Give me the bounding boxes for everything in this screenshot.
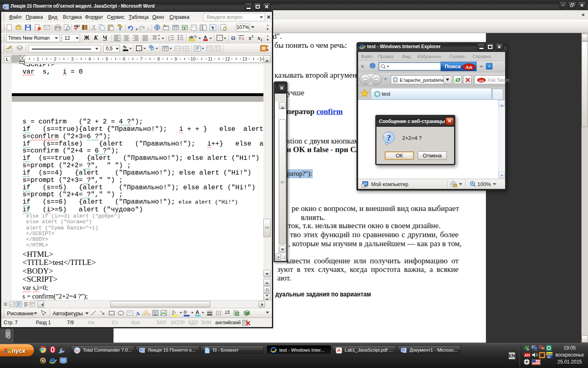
svg-text:X: X <box>183 27 186 30</box>
svg-text:ATI: ATI <box>525 353 530 357</box>
svg-text:4: 4 <box>88 56 91 61</box>
svg-text:3: 3 <box>71 56 74 61</box>
svg-text:√: √ <box>238 35 241 41</box>
svg-text:9: 9 <box>174 56 177 61</box>
svg-text:1: 1 <box>37 56 39 61</box>
svg-text:ab: ab <box>189 35 194 39</box>
svg-text:А: А <box>196 310 199 315</box>
svg-text:C: C <box>77 349 80 353</box>
svg-text:A: A <box>135 310 140 317</box>
svg-text:5: 5 <box>106 56 108 61</box>
svg-text:¶: ¶ <box>212 25 214 30</box>
svg-text:W: W <box>3 5 7 9</box>
svg-text:2: 2 <box>54 56 56 61</box>
svg-text:?: ? <box>387 133 391 143</box>
svg-text:W: W <box>401 348 405 352</box>
svg-text:x: x <box>249 35 251 41</box>
svg-text:3D: 3D <box>547 356 551 359</box>
svg-text:14: 14 <box>259 56 263 61</box>
svg-text:2: 2 <box>252 35 253 38</box>
svg-text:10: 10 <box>191 56 196 61</box>
svg-text:8: 8 <box>157 56 160 61</box>
svg-text:11: 11 <box>208 56 212 61</box>
svg-text:7: 7 <box>140 56 143 61</box>
svg-text:Xear: Xear <box>547 352 552 355</box>
svg-text:x: x <box>258 35 260 41</box>
svg-text:ABC: ABC <box>74 25 80 27</box>
svg-text:W: W <box>140 348 143 352</box>
svg-text:Ask: Ask <box>465 65 473 70</box>
svg-text:2: 2 <box>261 38 262 42</box>
svg-text:12: 12 <box>225 56 230 61</box>
svg-text:13: 13 <box>242 56 247 61</box>
svg-text:А: А <box>204 35 207 40</box>
svg-text:Ask: Ask <box>479 79 484 83</box>
svg-text:3: 3 <box>168 39 170 41</box>
svg-text:6: 6 <box>123 56 125 61</box>
svg-text:Ω: Ω <box>231 35 235 41</box>
svg-text:α: α <box>242 36 244 40</box>
